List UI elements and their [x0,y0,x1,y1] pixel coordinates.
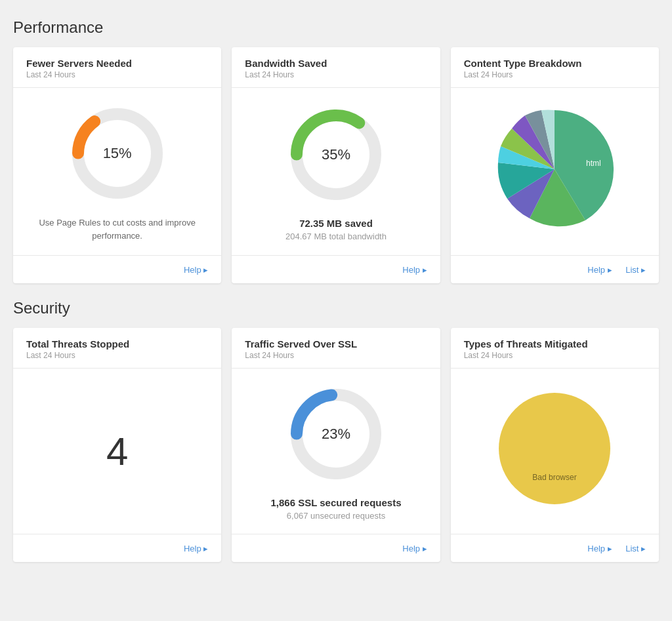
ssl-traffic-card: Traffic Served Over SSL Last 24 Hours 23… [232,328,440,562]
content-type-help-link[interactable]: Help ▸ [587,265,612,275]
content-type-pie-svg: html [489,104,620,235]
fewer-servers-header: Fewer Servers Needed Last 24 Hours [13,47,221,88]
ssl-traffic-stat-secondary: 6,067 unsecured requests [287,511,385,521]
threats-mitigated-card: Types of Threats Mitigated Last 24 Hours… [451,328,659,562]
performance-section: Performance Fewer Servers Needed Last 24… [13,18,659,283]
bandwidth-saved-header: Bandwidth Saved Last 24 Hours [232,47,440,88]
bandwidth-saved-body: 35% 72.35 MB saved 204.67 MB total bandw… [232,88,440,255]
pie-html-label: html [586,159,601,168]
fewer-servers-footer: Help ▸ [13,255,221,283]
bandwidth-saved-title: Bandwidth Saved [245,58,427,69]
ssl-traffic-title: Traffic Served Over SSL [245,338,427,350]
performance-cards-grid: Fewer Servers Needed Last 24 Hours 15% U… [13,47,659,283]
fewer-servers-description: Use Page Rules to cut costs and improve … [26,216,208,242]
security-title: Security [13,299,659,317]
threats-mitigated-title: Types of Threats Mitigated [464,338,646,350]
total-threats-subtitle: Last 24 Hours [26,351,208,360]
performance-title: Performance [13,18,659,37]
total-threats-help-link[interactable]: Help ▸ [184,544,208,553]
threats-mitigated-pie: Bad browser [489,383,620,514]
ssl-traffic-body: 23% 1,866 SSL secured requests 6,067 uns… [232,369,440,534]
threats-mitigated-subtitle: Last 24 Hours [464,351,646,360]
total-threats-card: Total Threats Stopped Last 24 Hours 4 He… [13,328,221,562]
content-type-title: Content Type Breakdown [464,58,646,69]
fewer-servers-donut: 15% [65,101,170,206]
bandwidth-saved-stat-secondary: 204.67 MB total bandwidth [285,231,387,241]
total-threats-body: 4 [13,369,221,534]
fewer-servers-help-link[interactable]: Help ▸ [184,265,208,275]
content-type-pie: html [489,104,620,235]
ssl-traffic-stat-primary: 1,866 SSL secured requests [270,497,401,508]
content-type-list-link[interactable]: List ▸ [625,265,646,275]
ssl-traffic-subtitle: Last 24 Hours [245,351,427,360]
fewer-servers-percentage: 15% [103,145,132,162]
content-type-subtitle: Last 24 Hours [464,70,646,79]
threats-mitigated-circle [499,393,610,504]
threats-mitigated-label: Bad browser [533,473,577,482]
security-cards-grid: Total Threats Stopped Last 24 Hours 4 He… [13,328,659,562]
ssl-traffic-header: Traffic Served Over SSL Last 24 Hours [232,328,440,369]
bandwidth-saved-stat-primary: 72.35 MB saved [299,218,373,229]
total-threats-title: Total Threats Stopped [26,338,208,350]
bandwidth-saved-percentage: 35% [322,146,350,163]
threats-mitigated-header: Types of Threats Mitigated Last 24 Hours [451,328,659,369]
threats-mitigated-pie-svg: Bad browser [489,383,620,514]
fewer-servers-card: Fewer Servers Needed Last 24 Hours 15% U… [13,47,221,283]
content-type-footer: Help ▸ List ▸ [451,255,659,283]
threats-mitigated-list-link[interactable]: List ▸ [625,544,646,553]
threats-mitigated-help-link[interactable]: Help ▸ [587,544,612,553]
threats-mitigated-footer: Help ▸ List ▸ [451,534,659,562]
bandwidth-saved-card: Bandwidth Saved Last 24 Hours 35% 72.35 … [232,47,440,283]
ssl-traffic-help-link[interactable]: Help ▸ [402,544,427,553]
ssl-traffic-percentage: 23% [322,426,350,443]
bandwidth-saved-footer: Help ▸ [232,255,440,283]
total-threats-footer: Help ▸ [13,534,221,562]
content-type-header: Content Type Breakdown Last 24 Hours [451,47,659,88]
fewer-servers-title: Fewer Servers Needed [26,58,208,69]
content-type-body: html [451,88,659,255]
total-threats-value: 4 [106,429,128,474]
bandwidth-saved-donut: 35% [284,102,388,207]
fewer-servers-subtitle: Last 24 Hours [26,70,208,79]
content-type-card: Content Type Breakdown Last 24 Hours [451,47,659,283]
ssl-traffic-footer: Help ▸ [232,534,440,562]
threats-mitigated-body: Bad browser [451,369,659,534]
bandwidth-saved-help-link[interactable]: Help ▸ [402,265,427,275]
fewer-servers-body: 15% Use Page Rules to cut costs and impr… [13,88,221,255]
security-section: Security Total Threats Stopped Last 24 H… [13,299,659,562]
total-threats-header: Total Threats Stopped Last 24 Hours [13,328,221,369]
bandwidth-saved-subtitle: Last 24 Hours [245,70,427,79]
ssl-traffic-donut: 23% [284,382,388,487]
